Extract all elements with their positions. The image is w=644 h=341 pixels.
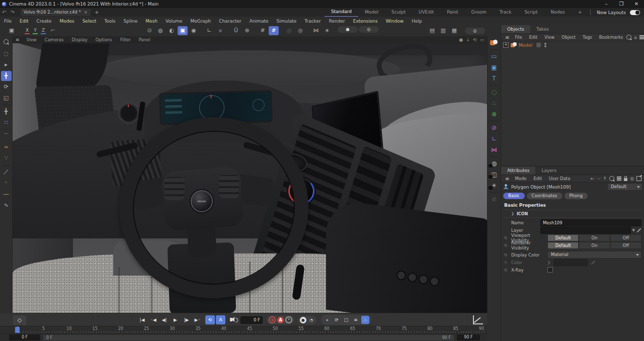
Model[interactable]: Model bbox=[358, 9, 385, 17]
popout-icon[interactable] bbox=[636, 176, 641, 181]
MoGraph[interactable]: MoGraph bbox=[186, 19, 215, 24]
Script[interactable]: Script bbox=[518, 9, 544, 17]
sky-object-icon[interactable]: ◍ bbox=[489, 158, 500, 168]
spline-primitive-icon[interactable]: ▭ bbox=[489, 51, 500, 61]
range-slider[interactable]: 0 F 90 F bbox=[43, 335, 454, 340]
subdivision-surface-icon[interactable]: ◌ bbox=[489, 87, 500, 97]
sketch-spline-icon[interactable]: ≈ bbox=[1, 142, 12, 152]
File[interactable]: File bbox=[0, 19, 16, 24]
View[interactable]: View bbox=[541, 35, 558, 40]
next-key-button[interactable]: ▶◦ bbox=[192, 315, 203, 324]
On[interactable]: On bbox=[579, 242, 610, 249]
document-tab[interactable]: Volvo fh16 2...nterior.c4d * × bbox=[21, 9, 91, 16]
Animate[interactable]: Animate bbox=[246, 19, 273, 24]
symmetry-icon[interactable]: ⋈ bbox=[311, 26, 321, 35]
Filter[interactable]: Filter bbox=[116, 37, 135, 42]
layer-input[interactable] bbox=[540, 227, 631, 234]
make-editable-icon[interactable]: ⊙ bbox=[144, 26, 154, 35]
scale-tool-icon[interactable]: ◱ bbox=[1, 93, 12, 103]
move-tool-icon[interactable]: ╋ bbox=[1, 71, 12, 81]
spline-tweak-icon[interactable]: ∵ bbox=[1, 153, 12, 163]
viewport-canvas[interactable]: AUTO VOLVO bbox=[13, 43, 487, 313]
layer-swatch[interactable] bbox=[536, 43, 541, 47]
Sculpt[interactable]: Sculpt bbox=[385, 9, 412, 17]
UVEdit[interactable]: UVEdit bbox=[412, 9, 440, 17]
Edit[interactable]: Edit bbox=[526, 35, 541, 40]
search-icon[interactable] bbox=[609, 176, 614, 181]
record-rotation-toggle[interactable]: ⟳ bbox=[333, 316, 341, 324]
search-icon[interactable] bbox=[626, 35, 631, 40]
workplane-grid-icon[interactable]: # bbox=[269, 26, 279, 35]
camera-object-icon[interactable]: ◫ bbox=[489, 169, 500, 180]
filter-icon[interactable] bbox=[617, 177, 621, 181]
solo-off-icon[interactable]: ● bbox=[338, 26, 358, 33]
close-document-icon[interactable]: × bbox=[84, 9, 88, 16]
layout-toggle-switch[interactable] bbox=[630, 10, 640, 15]
next-frame-button[interactable]: |▶ bbox=[181, 315, 192, 324]
coordinate-system-icon[interactable]: Ü bbox=[231, 26, 241, 35]
display-color-dropdown[interactable]: Material bbox=[547, 251, 641, 259]
y-axis-lock-button[interactable]: Y bbox=[31, 26, 39, 35]
Nodes[interactable]: Nodes bbox=[544, 9, 571, 17]
previous-key-button[interactable]: ◦◀ bbox=[148, 315, 158, 324]
command-search-icon[interactable] bbox=[1, 38, 12, 48]
User Data[interactable]: User Data bbox=[545, 176, 574, 181]
fcurve-editor-icon[interactable] bbox=[473, 315, 483, 324]
brush-tool-icon[interactable]: ／ bbox=[1, 167, 12, 177]
new-layouts-button[interactable]: New Layouts bbox=[593, 10, 630, 15]
Extensions[interactable]: Extensions bbox=[349, 19, 382, 24]
sound-toggle[interactable] bbox=[226, 315, 236, 324]
render-view-icon[interactable]: ▤ bbox=[427, 26, 437, 35]
Panel[interactable]: Panel bbox=[135, 37, 154, 42]
Standard[interactable]: Standard bbox=[325, 8, 358, 17]
snap-settings-icon[interactable]: ⊕ bbox=[242, 26, 252, 35]
text-object-icon[interactable]: T bbox=[489, 73, 500, 83]
expand-icon[interactable]: + bbox=[503, 42, 509, 48]
record-position-toggle[interactable]: ＋ bbox=[323, 316, 331, 324]
On[interactable]: On bbox=[579, 234, 610, 241]
Cameras[interactable]: Cameras bbox=[41, 37, 68, 42]
Options[interactable]: Options bbox=[92, 37, 116, 42]
undo-icon[interactable]: ↶ bbox=[0, 10, 8, 15]
volume-builder-icon[interactable]: ⊛ bbox=[489, 109, 500, 119]
guide-icon[interactable]: ∟ bbox=[489, 134, 500, 144]
spline-smooth-icon[interactable]: ∿ bbox=[1, 200, 12, 210]
z-axis-lock-button[interactable]: Z bbox=[39, 26, 47, 35]
minimize-button[interactable]: – bbox=[599, 0, 614, 8]
anim-dot-icon[interactable]: ◇ bbox=[504, 243, 511, 247]
viewport-menu-icon[interactable]: ≡ bbox=[13, 37, 23, 42]
Character[interactable]: Character bbox=[215, 19, 245, 24]
Paint[interactable]: Paint bbox=[440, 9, 464, 17]
redo-icon[interactable]: ↷ bbox=[8, 10, 16, 15]
Render[interactable]: Render bbox=[325, 19, 349, 24]
measure-tool-icon[interactable]: ― bbox=[1, 189, 12, 199]
Layers[interactable]: Layers bbox=[535, 166, 562, 175]
detach-panel-icon[interactable]: ▭ bbox=[479, 37, 484, 42]
keying-interpolation-button[interactable]: ◔ bbox=[308, 317, 314, 323]
preset-dropdown[interactable]: Default bbox=[607, 183, 642, 191]
interactive-render-icon[interactable]: ◎ bbox=[465, 28, 485, 34]
layer-edit-icon[interactable] bbox=[637, 228, 641, 232]
layer-dropdown-icon[interactable]: ▼ bbox=[631, 228, 636, 232]
Takes[interactable]: Takes bbox=[530, 25, 555, 33]
render-settings-icon[interactable]: ▦ bbox=[449, 26, 459, 35]
Spline[interactable]: Spline bbox=[120, 19, 142, 24]
record-parameter-toggle[interactable]: ≡ bbox=[352, 316, 360, 324]
xray-checkbox[interactable] bbox=[547, 267, 553, 273]
attributes-menu-icon[interactable]: ≡ bbox=[503, 176, 511, 182]
radial-symmetry-icon[interactable]: ◎ bbox=[284, 26, 294, 35]
viewport-snapshot-icon[interactable]: ▣ bbox=[7, 26, 17, 35]
maximize-button[interactable]: ❐ bbox=[614, 0, 629, 8]
model-mode-icon[interactable]: ◍ bbox=[155, 26, 166, 35]
material-icon[interactable]: ⊘ bbox=[489, 194, 500, 204]
Groom[interactable]: Groom bbox=[465, 9, 493, 17]
quantize-grid-icon[interactable]: # bbox=[258, 26, 268, 35]
Tools[interactable]: Tools bbox=[100, 19, 119, 24]
File[interactable]: File bbox=[511, 35, 525, 40]
previous-frame-button[interactable]: ◀| bbox=[159, 315, 170, 324]
snapshot-download-icon[interactable]: ↓ bbox=[466, 37, 470, 42]
axis-modification-icon[interactable]: ∟ bbox=[204, 26, 214, 35]
range-end-field[interactable]: 90 F bbox=[457, 334, 480, 340]
modeling-settings-icon[interactable]: ∗ bbox=[322, 26, 332, 35]
anim-dot-icon[interactable]: ◇ bbox=[504, 268, 511, 272]
